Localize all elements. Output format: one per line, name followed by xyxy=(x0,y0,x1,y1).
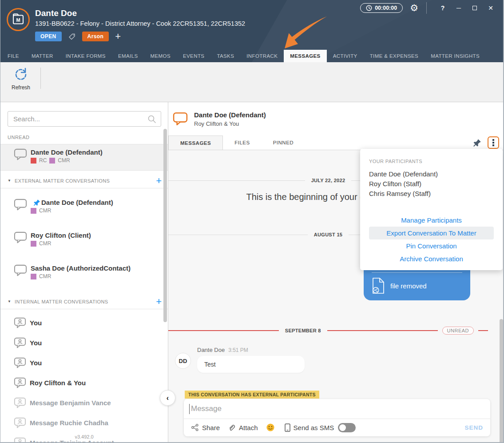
external-participants-banner: THIS CONVERSATION HAS EXTERNAL PARTICIPA… xyxy=(185,391,319,399)
participant: Chris Ramsey (Staff) xyxy=(369,189,494,199)
tab-tasks[interactable]: TASKS xyxy=(210,50,240,62)
add-internal-conversation-button[interactable]: + xyxy=(156,296,162,307)
tab-emails[interactable]: EMAILS xyxy=(112,50,144,62)
conversation-list-item[interactable]: Message Benjamin Vance xyxy=(0,393,168,413)
chevron-left-icon: ‹ xyxy=(167,394,169,402)
share-icon xyxy=(191,423,199,431)
conversation-title: Message Training Account xyxy=(30,439,114,443)
conversation-menu-button[interactable] xyxy=(488,136,499,149)
collapse-sidebar-button[interactable]: ‹ xyxy=(160,390,175,406)
compose-box: Share Attach xyxy=(184,399,490,436)
collapse-triangle-icon: ▼ xyxy=(8,299,11,303)
conversation-list-item[interactable]: Message Ruchie Chadha xyxy=(0,413,168,433)
conversation-list-item[interactable]: Dante Doe (Defendant) CMR xyxy=(0,195,168,221)
conversation-title: Message Benjamin Vance xyxy=(30,399,111,407)
share-button[interactable]: Share xyxy=(191,423,220,431)
conversation-list-item[interactable]: You xyxy=(0,353,168,373)
emoji-button[interactable] xyxy=(266,423,275,432)
send-as-sms-control[interactable]: Send as SMS xyxy=(285,423,356,432)
menu-item-manage-participants[interactable]: Manage Participants xyxy=(369,214,494,227)
tab-infotrack[interactable]: INFOTRACK xyxy=(240,50,284,62)
minimize-button[interactable]: ─ xyxy=(451,4,467,12)
search-input[interactable] xyxy=(8,111,161,127)
conversation-title: Sasha Doe (AuthorizedContact) xyxy=(31,264,131,272)
conversation-tab-bar: MESSAGES FILES PINNED xyxy=(168,136,504,150)
conversation-list-item[interactable]: You xyxy=(0,313,168,333)
help-button[interactable]: ? xyxy=(435,4,451,12)
conversation-sidebar: UNREAD Dante Doe (Defendant) RC CMR ▼ EX… xyxy=(0,102,168,443)
clock-icon xyxy=(366,5,372,11)
tab-time-expenses[interactable]: TIME & EXPENSES xyxy=(364,50,425,62)
message-time: 3:51 PM xyxy=(228,347,248,353)
unread-divider: SEPTEMBER 8 UNREAD xyxy=(168,327,488,335)
attach-button[interactable]: Attach xyxy=(228,423,258,431)
person-chat-icon xyxy=(14,417,26,429)
conversation-title: You xyxy=(30,339,42,347)
date-label: JULY 22, 2022 xyxy=(311,178,345,183)
add-external-conversation-button[interactable]: + xyxy=(156,175,162,187)
sidebar-scrollbar[interactable] xyxy=(163,129,167,322)
matter-tag[interactable]: Arson xyxy=(82,32,109,41)
chat-bubble-icon xyxy=(14,264,27,277)
unread-badge: UNREAD xyxy=(442,327,474,335)
conversation-title: Dante Doe (Defendant) xyxy=(31,148,103,156)
conversation-list-item[interactable]: Roy Clifton (Client) CMR xyxy=(0,227,168,254)
message-input[interactable] xyxy=(184,399,490,419)
messages-panel: Dante Doe (Defendant) Roy Clifton & You … xyxy=(168,102,504,443)
maximize-button[interactable] xyxy=(467,4,483,12)
message-sender: Dante Doe xyxy=(197,347,225,353)
add-tag-button[interactable]: + xyxy=(115,32,121,41)
conversation-list-item[interactable]: You xyxy=(0,333,168,353)
menu-item-archive-conversation[interactable]: Archive Conversation xyxy=(369,252,494,265)
tag-swatch-purple xyxy=(31,208,36,214)
external-conversations-section[interactable]: ▼ EXTERNAL MATTER CONVERSATIONS + xyxy=(0,173,168,188)
close-button[interactable]: ✕ xyxy=(483,4,499,12)
tag-code: CMR xyxy=(58,157,70,164)
tag-swatch-purple xyxy=(31,274,36,279)
send-button[interactable]: SEND xyxy=(464,424,483,431)
menu-item-pin-conversation[interactable]: Pin Conversation xyxy=(369,239,494,252)
participants-header: YOUR PARTICIPANTS xyxy=(369,159,494,164)
conversation-title: Message Ruchie Chadha xyxy=(30,419,108,427)
svg-text:M: M xyxy=(16,17,20,23)
internal-conversations-section[interactable]: ▼ INTERNAL MATTER CONVERSATIONS + xyxy=(0,294,168,309)
conversation-chat-icon xyxy=(173,112,188,126)
participant: Dante Doe (Defendant) xyxy=(369,169,494,179)
settings-gear-icon[interactable]: ⚙ xyxy=(410,3,418,13)
pinned-pin-icon xyxy=(33,199,40,206)
tab-conv-files[interactable]: FILES xyxy=(223,136,261,150)
conversation-list-item[interactable]: Sasha Doe (AuthorizedContact) CMR xyxy=(0,260,168,287)
conversation-title: You xyxy=(30,319,42,327)
thread-scrollbar[interactable] xyxy=(500,319,503,443)
conversation-participants: Roy Clifton & You xyxy=(194,120,266,127)
conversation-list-item[interactable]: Dante Doe (Defendant) RC CMR xyxy=(0,144,168,171)
divider xyxy=(40,68,41,89)
divider xyxy=(372,272,462,273)
app-version: v3.492.0 xyxy=(0,434,168,439)
divider xyxy=(426,2,427,14)
attach-label: Attach xyxy=(239,424,258,431)
tab-conv-messages[interactable]: MESSAGES xyxy=(168,136,223,150)
conversation-list-item[interactable]: Roy Clifton & You xyxy=(0,373,168,393)
tab-file[interactable]: FILE xyxy=(0,50,25,62)
person-chat-icon xyxy=(14,377,26,389)
timer-button[interactable]: 00:00:00 xyxy=(360,3,403,13)
menu-item-export-conversation[interactable]: Export Conversation To Matter xyxy=(369,227,494,239)
conversation-title: Dante Doe (Defendant) xyxy=(194,111,266,119)
tab-intake-forms[interactable]: INTAKE FORMS xyxy=(60,50,112,62)
tab-conv-pinned[interactable]: PINNED xyxy=(262,136,305,150)
unread-section-label: UNREAD xyxy=(8,135,168,140)
tab-events[interactable]: EVENTS xyxy=(177,50,210,62)
tab-matter-insights[interactable]: MATTER INSIGHTS xyxy=(425,50,486,62)
tab-matter[interactable]: MATTER xyxy=(25,50,60,62)
refresh-button[interactable]: Refresh xyxy=(8,67,33,91)
incoming-message-bubble: Test xyxy=(197,356,305,373)
smiley-icon xyxy=(266,423,275,432)
chat-bubble-icon xyxy=(14,231,27,244)
sms-toggle[interactable] xyxy=(338,423,356,432)
pin-conversation-icon[interactable] xyxy=(473,139,481,147)
tab-memos[interactable]: MEMOS xyxy=(144,50,177,62)
section-label: INTERNAL MATTER CONVERSATIONS xyxy=(15,299,156,304)
tab-activity[interactable]: ACTIVITY xyxy=(327,50,364,62)
conversation-menu-dropdown: YOUR PARTICIPANTS Dante Doe (Defendant) … xyxy=(360,149,503,270)
